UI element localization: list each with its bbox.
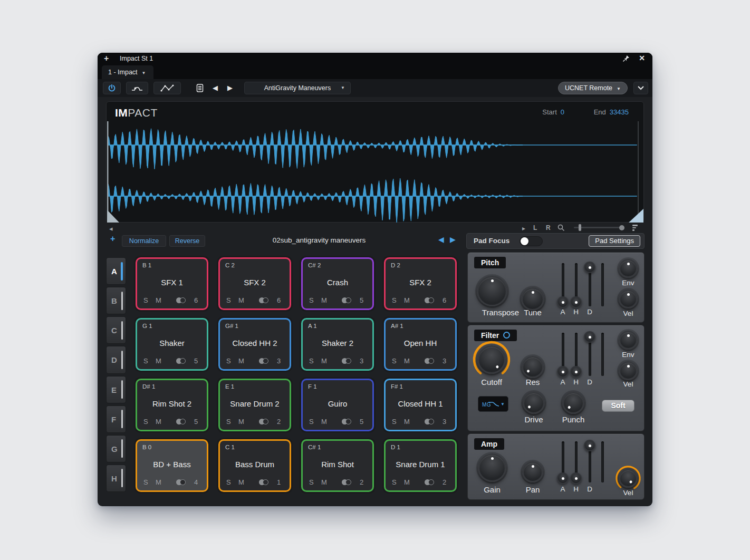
- layer-count[interactable]: 3: [360, 357, 363, 365]
- layer-count[interactable]: 3: [443, 357, 446, 365]
- pad-focus-toggle[interactable]: [520, 236, 543, 246]
- pitch-env-knob[interactable]: [619, 259, 638, 278]
- pad-a1[interactable]: A 1Shaker 2SM3: [301, 318, 374, 371]
- output-group-icon[interactable]: [425, 358, 436, 364]
- tune-knob[interactable]: [521, 287, 544, 311]
- output-group-icon[interactable]: [259, 419, 271, 425]
- bank-d-button[interactable]: D: [106, 346, 126, 373]
- solo-button[interactable]: S: [143, 357, 148, 365]
- zoom-icon[interactable]: [557, 224, 565, 231]
- pad-csharp1[interactable]: C# 1Rim ShotSM2: [301, 439, 374, 492]
- transpose-knob[interactable]: [477, 276, 507, 306]
- solo-button[interactable]: S: [226, 296, 231, 304]
- pitch-vel-knob[interactable]: [619, 289, 638, 308]
- pad-settings-button[interactable]: Pad Settings: [589, 235, 640, 247]
- pad-dsharp1[interactable]: D# 1Rim Shot 2SM5: [136, 379, 208, 431]
- preset-file-icon[interactable]: [196, 84, 204, 92]
- layer-count[interactable]: 5: [194, 357, 198, 365]
- soft-button[interactable]: Soft: [602, 400, 634, 412]
- solo-button[interactable]: S: [309, 357, 314, 365]
- solo-button[interactable]: S: [226, 478, 231, 486]
- output-group-icon[interactable]: [342, 479, 353, 486]
- mute-button[interactable]: M: [404, 357, 410, 365]
- drive-knob[interactable]: [523, 392, 545, 414]
- start-handle[interactable]: [107, 210, 119, 223]
- bank-h-button[interactable]: H: [106, 465, 126, 492]
- amp-hold-slider[interactable]: [570, 441, 582, 482]
- mute-button[interactable]: M: [404, 478, 410, 486]
- filter-enable-icon[interactable]: [503, 332, 510, 339]
- mute-button[interactable]: M: [321, 296, 327, 304]
- layer-count[interactable]: 5: [194, 418, 198, 426]
- pad-fsharp1[interactable]: F# 1Closed HH 1SM3: [384, 379, 457, 431]
- zoom-slider-handle[interactable]: [579, 224, 581, 231]
- pad-asharp1[interactable]: A# 1Open HHSM3: [384, 318, 457, 371]
- add-sample-icon[interactable]: +: [110, 234, 115, 244]
- envelope-button[interactable]: [153, 82, 181, 94]
- output-group-icon[interactable]: [259, 358, 271, 364]
- pin-icon[interactable]: [622, 54, 630, 63]
- sample-end-field[interactable]: End33435: [594, 108, 629, 116]
- solo-button[interactable]: S: [226, 418, 231, 426]
- mute-button[interactable]: M: [404, 418, 410, 426]
- mute-button[interactable]: M: [238, 418, 244, 426]
- bank-c-button[interactable]: C: [106, 316, 126, 344]
- pad-f1[interactable]: F 1GuiroSM5: [301, 379, 374, 431]
- output-group-icon[interactable]: [259, 479, 271, 486]
- pad-c1[interactable]: C 1Bass DrumSM1: [218, 439, 291, 492]
- punch-knob[interactable]: [562, 392, 584, 414]
- solo-button[interactable]: S: [392, 478, 397, 486]
- next-sample-icon[interactable]: ▶: [450, 235, 456, 244]
- mute-button[interactable]: M: [156, 357, 161, 365]
- output-group-icon[interactable]: [425, 419, 436, 425]
- output-group-icon[interactable]: [176, 419, 188, 425]
- gain-knob[interactable]: [478, 453, 506, 482]
- layer-count[interactable]: 5: [360, 418, 363, 426]
- zoom-slider[interactable]: [574, 227, 624, 228]
- amp-attack-slider[interactable]: [557, 441, 569, 482]
- output-group-icon[interactable]: [176, 479, 188, 486]
- output-group-icon[interactable]: [176, 358, 188, 364]
- pad-b1[interactable]: B 1SFX 1SM6: [136, 257, 208, 310]
- mute-button[interactable]: M: [156, 418, 161, 426]
- layer-count[interactable]: 6: [277, 296, 281, 304]
- pad-gsharp1[interactable]: G# 1Closed HH 2SM3: [218, 318, 291, 371]
- layer-count[interactable]: 2: [443, 478, 446, 486]
- amp-vel-knob[interactable]: [619, 469, 638, 488]
- mute-button[interactable]: M: [321, 478, 327, 486]
- output-group-icon[interactable]: [342, 419, 353, 425]
- bank-e-button[interactable]: E: [106, 376, 126, 403]
- cutoff-knob[interactable]: [477, 345, 506, 374]
- mute-button[interactable]: M: [321, 418, 327, 426]
- filter-hold-slider[interactable]: [570, 333, 582, 376]
- mute-button[interactable]: M: [238, 478, 244, 486]
- layer-count[interactable]: 6: [443, 296, 446, 304]
- solo-button[interactable]: S: [309, 418, 314, 426]
- solo-button[interactable]: S: [143, 478, 148, 486]
- pitch-decay-slider[interactable]: [584, 263, 595, 306]
- bank-a-button[interactable]: A: [106, 257, 126, 285]
- tab-impact[interactable]: 1 - Impact▼: [102, 65, 153, 79]
- next-preset-icon[interactable]: ▶: [227, 79, 233, 97]
- solo-button[interactable]: S: [226, 357, 231, 365]
- pitch-attack-slider[interactable]: [557, 263, 569, 306]
- pan-knob[interactable]: [522, 461, 543, 482]
- solo-button[interactable]: S: [392, 418, 397, 426]
- zoom-slider-end-dot[interactable]: [619, 225, 624, 230]
- power-button[interactable]: [103, 82, 121, 94]
- mute-button[interactable]: M: [404, 296, 410, 304]
- pad-c2[interactable]: C 2SFX 2SM6: [218, 257, 291, 310]
- add-tab-icon[interactable]: +: [104, 54, 109, 63]
- preset-selector[interactable]: AntiGravity Maneuvers▼: [244, 82, 351, 94]
- pad-d2[interactable]: D 2SFX 2SM6: [384, 257, 457, 310]
- prev-preset-icon[interactable]: ◀: [213, 79, 218, 97]
- pad-e1[interactable]: E 1Snare Drum 2SM2: [218, 379, 291, 431]
- layer-count[interactable]: 5: [360, 296, 363, 304]
- filter-attack-slider[interactable]: [557, 333, 569, 376]
- waveform-display[interactable]: [107, 121, 643, 223]
- bank-f-button[interactable]: F: [106, 405, 126, 433]
- pad-b0-selected[interactable]: B 0BD + BassSM4: [136, 439, 208, 492]
- left-channel-button[interactable]: L: [533, 224, 537, 231]
- res-knob[interactable]: [522, 356, 544, 378]
- normalize-button[interactable]: Normalize: [122, 235, 166, 247]
